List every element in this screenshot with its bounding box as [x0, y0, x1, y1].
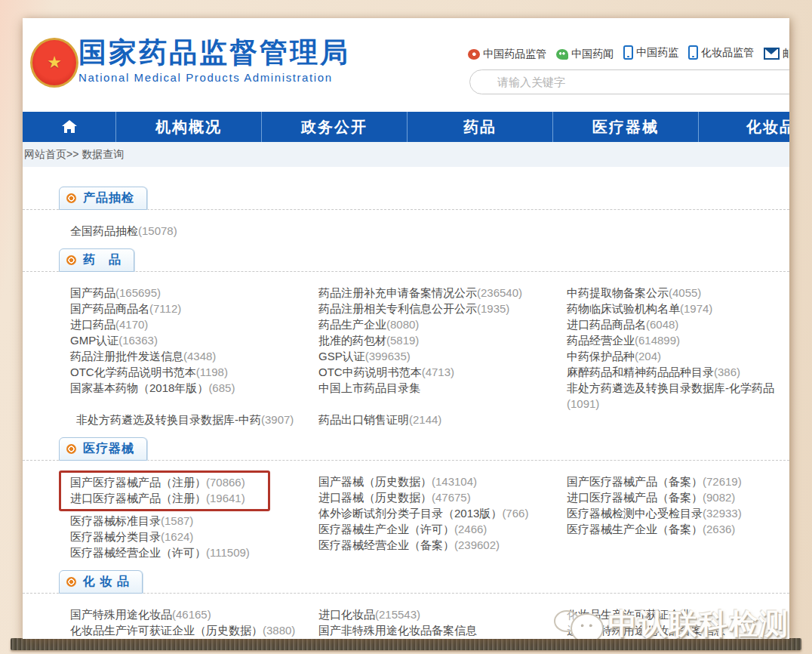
nav-item-3[interactable]: 药品 — [408, 112, 553, 142]
link-count: (1624) — [161, 530, 193, 543]
data-link[interactable]: OTC中药说明书范本(4713) — [318, 364, 567, 380]
data-link[interactable]: 进口药品商品名(6048) — [567, 316, 787, 332]
site-title-en: National Medical Products Administration — [78, 71, 350, 84]
quick-link-label: 化妆品监管 — [701, 46, 754, 60]
data-link[interactable]: 国产器械（历史数据）(143104) — [318, 474, 567, 489]
link-label: 非处方药遴选及转换目录数据库-化学药品 — [567, 381, 774, 394]
link-count: (204) — [635, 350, 661, 362]
quick-link[interactable]: 化妆品监管 — [688, 45, 754, 60]
link-count: (19641) — [206, 492, 245, 504]
data-link[interactable]: 中国上市药品目录集 — [318, 380, 567, 396]
data-link[interactable]: 药品出口销售证明(2144) — [318, 412, 567, 427]
nav-item-home[interactable] — [23, 112, 116, 142]
link-label: 国产医疗器械产品（注册） — [70, 476, 206, 489]
nav-item-2[interactable]: 政务公开 — [262, 112, 408, 142]
search-input[interactable] — [469, 69, 789, 94]
link-count: (4170) — [115, 318, 148, 331]
data-link[interactable]: 国产非特殊用途化妆品备案信息 — [318, 622, 567, 638]
link-count: (3907) — [261, 413, 294, 426]
link-label: 药物临床试验机构名单 — [567, 302, 680, 315]
link-count: (9082) — [703, 491, 735, 504]
data-link[interactable]: 批准的药包材(5819) — [318, 332, 567, 348]
link-label: GSP认证 — [318, 350, 365, 362]
data-link[interactable]: 医疗器械生产企业（许可）(2466) — [318, 521, 567, 537]
data-link[interactable]: 进口医疗器械产品（备案）(9082) — [567, 489, 787, 505]
data-link[interactable]: 中药保护品种(204) — [567, 348, 787, 364]
nav-item-4[interactable]: 医疗器械 — [553, 112, 699, 142]
quick-link-label: 中国药闻 — [571, 48, 614, 61]
data-link[interactable]: 医疗器械经营企业（备案）(239602) — [318, 537, 567, 553]
link-label: 进口医疗器械产品（注册） — [70, 492, 206, 504]
data-link[interactable]: 非处方药遴选及转换目录数据库-中药(3907) — [70, 412, 318, 427]
watermark-text: 中认联科检测 — [608, 605, 789, 640]
link-column: 药品注册补充申请备案情况公示(236540)药品注册相关专利信息公开公示(193… — [318, 285, 567, 427]
data-link[interactable]: 国产医疗器械产品（备案）(72619) — [567, 474, 787, 489]
section-title: 医疗器械 — [83, 441, 134, 457]
link-label: 医疗器械标准目录 — [70, 514, 161, 527]
data-link[interactable]: 进口化妆品(215543) — [318, 606, 567, 622]
data-link[interactable]: 国产特殊用途化妆品(46165) — [70, 606, 318, 622]
data-link[interactable]: 进口药品(4170) — [70, 316, 318, 332]
bullseye-icon — [66, 193, 76, 203]
data-link[interactable]: 国产医疗器械产品（注册）(70866) — [70, 474, 260, 490]
data-link[interactable]: 医疗器械生产企业（备案）(2636) — [567, 521, 787, 537]
link-label: OTC中药说明书范本 — [318, 366, 422, 378]
data-link[interactable]: 国产药品(165695) — [70, 285, 318, 301]
data-link[interactable]: 中药提取物备案公示(4055) — [567, 285, 787, 301]
data-link[interactable]: 麻醉药品和精神药品品种目录(386) — [567, 364, 787, 380]
link-label: 医疗器械检测中心受检目录 — [567, 507, 703, 520]
link-label: 全国药品抽检 — [70, 224, 138, 237]
link-label: OTC化学药品说明书范本 — [70, 366, 196, 378]
quick-link[interactable]: 中国药监 — [623, 45, 678, 60]
data-link[interactable]: 体外诊断试剂分类子目录（2013版）(766) — [318, 505, 567, 521]
data-link[interactable]: 非处方药遴选及转换目录数据库-化学药品(1091) — [567, 380, 787, 412]
data-link[interactable]: 药品生产企业(8080) — [318, 316, 567, 332]
link-label: 药品注册批件发送信息 — [70, 350, 183, 362]
data-link[interactable]: 医疗器械标准目录(1587) — [70, 513, 318, 529]
link-count: (236540) — [477, 286, 522, 299]
data-link[interactable]: 药物临床试验机构名单(1974) — [567, 301, 787, 316]
data-link[interactable]: GSP认证(399635) — [318, 348, 567, 364]
data-link[interactable]: 药品经营企业(614899) — [567, 332, 787, 348]
bullseye-icon — [66, 444, 76, 454]
link-count: (72619) — [703, 475, 742, 488]
photo-frame: ★ 国家药品监督管理局 National Medical Products Ad… — [0, 0, 812, 654]
quick-link[interactable]: 中国药品监管 — [468, 48, 546, 61]
link-label: 进口医疗器械产品（备案） — [567, 491, 703, 504]
link-count: (165695) — [115, 286, 161, 299]
data-link[interactable]: 医疗器械分类目录(1624) — [70, 529, 318, 544]
bullseye-icon — [66, 577, 76, 587]
data-link[interactable]: 药品注册相关专利信息公开公示(1935) — [318, 301, 567, 316]
link-label: 非处方药遴选及转换目录数据库-中药 — [76, 413, 261, 426]
link-count: (614899) — [635, 334, 680, 347]
breadcrumb-home-link[interactable]: 网站首页 — [24, 148, 66, 160]
data-link[interactable]: 医疗器械经营企业（许可）(111509) — [70, 544, 318, 560]
browser-page: ★ 国家药品监督管理局 National Medical Products Ad… — [23, 18, 789, 639]
data-link[interactable]: 全国药品抽检(15078) — [70, 223, 318, 239]
link-label: 医疗器械分类目录 — [70, 530, 161, 543]
data-link[interactable]: 国产药品商品名(7112) — [70, 301, 318, 316]
link-count: (15078) — [138, 224, 177, 237]
data-link[interactable]: 进口器械（历史数据）(47675) — [318, 489, 567, 505]
data-link[interactable]: 医疗器械检测中心受检目录(32933) — [567, 505, 787, 521]
phone-icon — [688, 45, 698, 60]
data-link[interactable]: 进口医疗器械产品（注册）(19641) — [70, 490, 260, 506]
highlight-box: 国产医疗器械产品（注册）(70866)进口医疗器械产品（注册）(19641) — [59, 470, 270, 511]
data-link[interactable]: OTC化学药品说明书范本(1198) — [70, 364, 318, 380]
data-link[interactable]: 药品注册批件发送信息(4348) — [70, 348, 318, 364]
quick-link[interactable]: 邮箱 — [764, 47, 789, 60]
weibo-icon — [468, 49, 480, 60]
link-label: 医疗器械生产企业（许可） — [318, 523, 454, 535]
link-count: (3880) — [263, 624, 295, 637]
data-link[interactable]: 化妆品生产许可获证企业（历史数据）(3880) — [70, 622, 318, 638]
national-emblem-icon: ★ — [30, 38, 78, 88]
section-tab: 医疗器械 — [59, 437, 147, 461]
data-link[interactable]: GMP认证(16363) — [70, 332, 318, 348]
quick-link[interactable]: 中国药闻 — [556, 48, 614, 61]
nav-item-5[interactable]: 化妆品 — [699, 112, 789, 142]
data-link[interactable]: 药品注册补充申请备案情况公示(236540) — [318, 285, 567, 301]
data-link[interactable]: 国家基本药物（2018年版）(685) — [70, 380, 318, 396]
data-link[interactable]: 化妆品注册和备案检验检测机构(204) — [70, 638, 318, 639]
link-label: 药品出口销售证明 — [318, 413, 409, 426]
nav-item-1[interactable]: 机构概况 — [116, 112, 262, 142]
